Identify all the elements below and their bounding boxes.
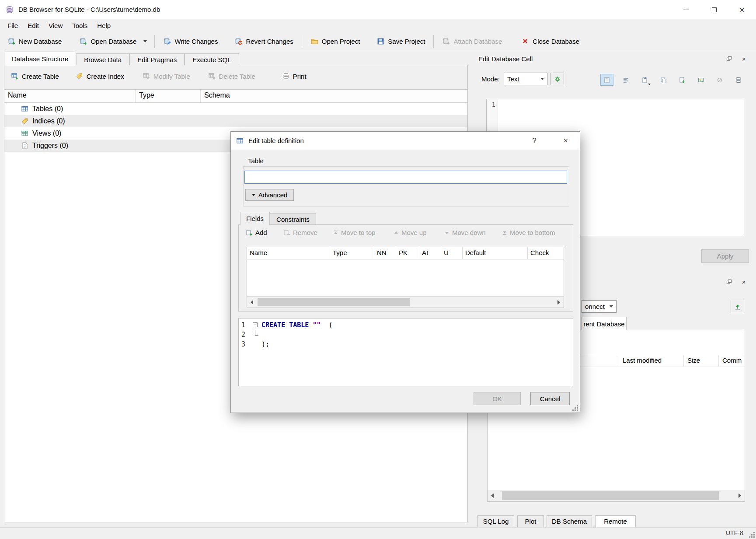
mode-select[interactable]: Text — [504, 73, 547, 85]
copy-button[interactable] — [657, 74, 670, 86]
tree-item-tables[interactable]: Tables (0) — [4, 103, 467, 115]
column-header-pk[interactable]: PK — [396, 247, 419, 259]
minimize-button[interactable] — [672, 0, 700, 19]
attach-database-button[interactable]: Attach Database — [438, 35, 506, 48]
close-database-button[interactable]: Close Database — [517, 35, 583, 48]
cell-apply-mode-button[interactable] — [550, 73, 564, 85]
scrollbar-thumb[interactable] — [258, 298, 410, 306]
menu-tools[interactable]: Tools — [67, 19, 92, 32]
export-button[interactable] — [676, 74, 689, 86]
create-index-button[interactable]: Create Index — [72, 70, 128, 82]
tab-remote[interactable]: Remote — [595, 515, 636, 527]
app-window: DB Browser for SQLite - C:\Users\turne\d… — [0, 0, 756, 539]
dialog-titlebar: Edit table definition ? × — [231, 132, 580, 150]
resize-grip[interactable] — [753, 536, 755, 538]
remote-connect-select[interactable]: onnect — [582, 300, 617, 313]
delete-table-button[interactable]: Delete Table — [204, 70, 259, 82]
open-database-button[interactable]: Open Database — [75, 35, 140, 48]
apply-button[interactable]: Apply — [701, 249, 749, 263]
tab-db-schema[interactable]: DB Schema — [547, 515, 592, 527]
column-header-size[interactable]: Size — [684, 355, 719, 367]
word-wrap-button[interactable] — [619, 74, 632, 86]
table-name-input[interactable] — [244, 171, 567, 184]
column-header-last-modified[interactable]: Last modified — [619, 355, 684, 367]
tab-edit-pragmas[interactable]: Edit Pragmas — [129, 53, 185, 65]
column-header-ai[interactable]: AI — [419, 247, 441, 259]
new-database-button[interactable]: New Database — [3, 35, 66, 48]
column-header-commit[interactable]: Comm — [719, 355, 745, 367]
menu-view[interactable]: View — [44, 19, 67, 32]
add-field-button[interactable]: Add — [246, 229, 267, 236]
dialog-help-button[interactable]: ? — [525, 132, 544, 150]
create-table-button[interactable]: Create Table — [7, 70, 63, 82]
close-panel-button[interactable]: × — [739, 54, 749, 63]
tab-database-structure[interactable]: Database Structure — [4, 52, 76, 66]
column-header-u[interactable]: U — [441, 247, 463, 259]
tab-execute-sql[interactable]: Execute SQL — [185, 53, 239, 65]
move-to-bottom-button[interactable]: Move to bottom — [502, 229, 555, 236]
move-down-button[interactable]: Move down — [444, 229, 486, 236]
column-header-default[interactable]: Default — [463, 247, 528, 259]
menu-edit[interactable]: Edit — [23, 19, 44, 32]
move-down-icon — [444, 230, 449, 235]
column-header-schema[interactable]: Schema — [201, 90, 467, 102]
tree-item-indices[interactable]: Indices (0) — [4, 115, 467, 127]
titlebar: DB Browser for SQLite - C:\Users\turne\d… — [0, 0, 756, 19]
float-panel-button[interactable] — [724, 54, 734, 63]
remote-upload-button[interactable] — [731, 300, 744, 313]
toolbar: New Database Open Database Write Changes… — [0, 32, 756, 51]
open-database-icon — [79, 37, 87, 46]
column-header-type[interactable]: Type — [330, 247, 374, 259]
tab-fields[interactable]: Fields — [240, 212, 270, 225]
move-to-top-button[interactable]: Move to top — [333, 229, 375, 236]
column-header-name[interactable]: Name — [4, 90, 136, 102]
app-icon — [5, 5, 14, 14]
scrollbar-thumb[interactable] — [502, 491, 719, 500]
write-changes-button[interactable]: Write Changes — [159, 35, 222, 48]
move-to-top-icon — [333, 230, 338, 235]
paste-button[interactable] — [638, 74, 651, 86]
float-panel-button[interactable] — [724, 277, 734, 287]
import-button[interactable] — [694, 74, 707, 86]
dialog-close-button[interactable]: × — [553, 132, 579, 150]
tab-constraints[interactable]: Constraints — [270, 213, 316, 225]
close-button[interactable]: × — [728, 0, 756, 19]
tab-sql-log[interactable]: SQL Log — [477, 515, 514, 527]
print-button[interactable]: Print — [278, 70, 310, 82]
fold-collapse-icon[interactable]: − — [253, 322, 258, 327]
remove-field-button[interactable]: Remove — [283, 229, 317, 236]
move-up-button[interactable]: Move up — [394, 229, 427, 236]
menu-file[interactable]: File — [3, 19, 23, 32]
ok-button[interactable]: OK — [474, 392, 521, 405]
sql-code: ); — [261, 340, 269, 349]
maximize-button[interactable] — [700, 0, 728, 19]
delete-table-icon — [208, 72, 216, 80]
advanced-button[interactable]: Advanced — [245, 189, 294, 201]
column-header-nn[interactable]: NN — [374, 247, 396, 259]
open-project-button[interactable]: Open Project — [307, 35, 364, 48]
dialog-resize-grip[interactable] — [577, 410, 578, 411]
open-database-dropdown[interactable] — [140, 35, 150, 48]
menu-help[interactable]: Help — [92, 19, 115, 32]
print-cell-button[interactable] — [732, 74, 745, 86]
tab-current-database[interactable]: rent Database — [582, 317, 627, 330]
chevron-down-icon — [143, 40, 147, 42]
tab-browse-data[interactable]: Browse Data — [76, 53, 129, 65]
table-icon — [21, 105, 29, 113]
close-panel-button[interactable]: × — [739, 277, 749, 287]
tab-plot[interactable]: Plot — [517, 515, 544, 527]
column-header-check[interactable]: Check — [528, 247, 564, 259]
fields-grid-body[interactable] — [247, 259, 564, 296]
column-header-type[interactable]: Type — [136, 90, 201, 102]
remote-horizontal-scrollbar[interactable] — [488, 490, 745, 501]
text-mode-button[interactable] — [600, 74, 613, 86]
window-title: DB Browser for SQLite - C:\Users\turne\d… — [18, 6, 160, 13]
save-project-button[interactable]: Save Project — [373, 35, 429, 48]
mode-label: Mode: — [481, 75, 500, 83]
fields-grid-scrollbar[interactable] — [247, 296, 564, 308]
set-null-button[interactable] — [713, 74, 726, 86]
modify-table-button[interactable]: Modify Table — [139, 70, 194, 82]
revert-changes-button[interactable]: Revert Changes — [230, 35, 297, 48]
column-header-name[interactable]: Name — [247, 247, 330, 259]
cancel-button[interactable]: Cancel — [530, 392, 570, 405]
